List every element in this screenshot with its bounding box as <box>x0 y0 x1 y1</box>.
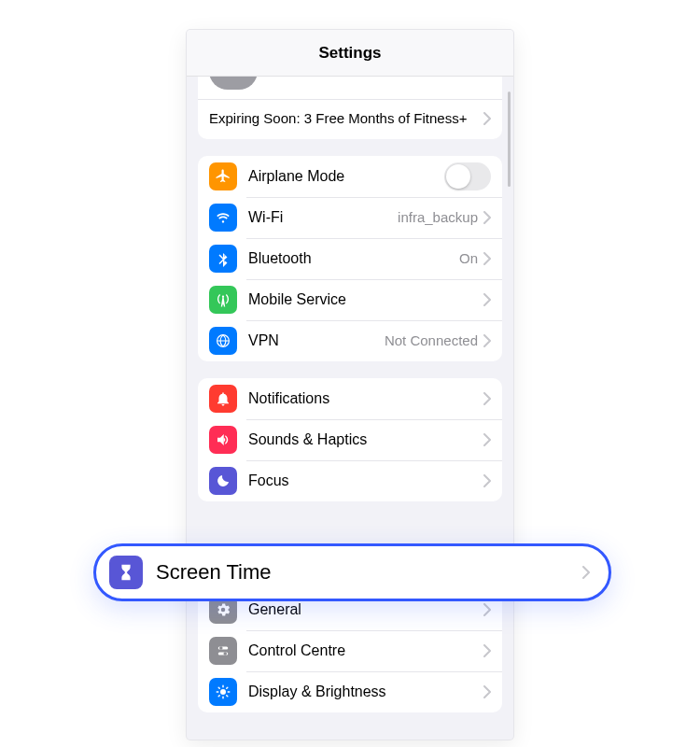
row-vpn[interactable]: VPN Not Connected <box>198 320 502 361</box>
svg-point-3 <box>219 646 223 650</box>
chevron-right-icon <box>483 474 491 487</box>
group-general: General Control Centre Display <box>198 589 502 712</box>
chevron-right-icon <box>483 211 491 224</box>
value-vpn: Not Connected <box>385 332 478 348</box>
chevron-right-icon <box>483 252 491 265</box>
moon-icon <box>209 467 237 495</box>
chevron-right-icon <box>582 566 590 579</box>
bluetooth-icon <box>209 245 237 273</box>
label-general: General <box>248 601 301 618</box>
group-connectivity: Airplane Mode Wi-Fi infra_backup <box>198 156 502 361</box>
airplane-icon <box>209 162 237 190</box>
avatar <box>209 77 258 90</box>
group-account: Expiring Soon: 3 Free Months of Fitness+ <box>198 77 502 139</box>
value-wifi: infra_backup <box>398 209 478 225</box>
wifi-icon <box>209 204 237 232</box>
chevron-right-icon <box>483 334 491 347</box>
row-notifications[interactable]: Notifications <box>198 378 502 419</box>
svg-point-4 <box>223 652 227 655</box>
chevron-right-icon <box>483 644 491 657</box>
settings-scroll[interactable]: Expiring Soon: 3 Free Months of Fitness+… <box>187 77 513 740</box>
row-sounds-haptics[interactable]: Sounds & Haptics <box>198 419 502 460</box>
row-focus[interactable]: Focus <box>198 460 502 501</box>
speaker-icon <box>209 426 237 454</box>
label-airplane: Airplane Mode <box>248 168 344 185</box>
label-notifications: Notifications <box>248 390 329 407</box>
label-display: Display & Brightness <box>248 684 386 700</box>
row-profile[interactable] <box>198 77 502 100</box>
label-screentime: Screen Time <box>156 560 272 585</box>
label-vpn: VPN <box>248 332 279 349</box>
row-control-centre[interactable]: Control Centre <box>198 630 502 671</box>
toggle-airplane[interactable] <box>444 162 491 190</box>
promo-text: Expiring Soon: 3 Free Months of Fitness+ <box>209 109 483 128</box>
hourglass-icon <box>109 556 143 589</box>
antenna-icon <box>209 286 237 314</box>
label-sounds: Sounds & Haptics <box>248 431 367 448</box>
label-mobile: Mobile Service <box>248 291 346 308</box>
row-airplane-mode[interactable]: Airplane Mode <box>198 156 502 197</box>
row-wifi[interactable]: Wi-Fi infra_backup <box>198 197 502 238</box>
row-display-brightness[interactable]: Display & Brightness <box>198 671 502 712</box>
bell-icon <box>209 385 237 413</box>
row-bluetooth[interactable]: Bluetooth On <box>198 238 502 279</box>
value-bluetooth: On <box>459 250 478 266</box>
globe-icon <box>209 327 237 355</box>
label-bluetooth: Bluetooth <box>248 250 312 267</box>
chevron-right-icon <box>483 685 491 698</box>
row-screen-time-highlight[interactable]: Screen Time <box>93 543 611 601</box>
page-title: Settings <box>318 44 381 63</box>
sliders-icon <box>209 637 237 665</box>
svg-point-5 <box>220 689 226 695</box>
chevron-right-icon <box>483 112 491 125</box>
label-control: Control Centre <box>248 642 345 659</box>
scrollbar[interactable] <box>508 92 511 187</box>
navbar: Settings <box>187 30 513 77</box>
chevron-right-icon <box>483 603 491 616</box>
row-mobile-service[interactable]: Mobile Service <box>198 279 502 320</box>
row-fitness-promo[interactable]: Expiring Soon: 3 Free Months of Fitness+ <box>198 100 502 139</box>
label-focus: Focus <box>248 472 289 489</box>
phone-frame: Settings Expiring Soon: 3 Free Months of… <box>187 30 513 740</box>
group-notifications: Notifications Sounds & Haptics <box>198 378 502 501</box>
chevron-right-icon <box>483 293 491 306</box>
chevron-right-icon <box>483 433 491 446</box>
canvas: Settings Expiring Soon: 3 Free Months of… <box>0 0 700 747</box>
sun-icon <box>209 678 237 706</box>
chevron-right-icon <box>483 392 491 405</box>
label-wifi: Wi-Fi <box>248 209 283 226</box>
